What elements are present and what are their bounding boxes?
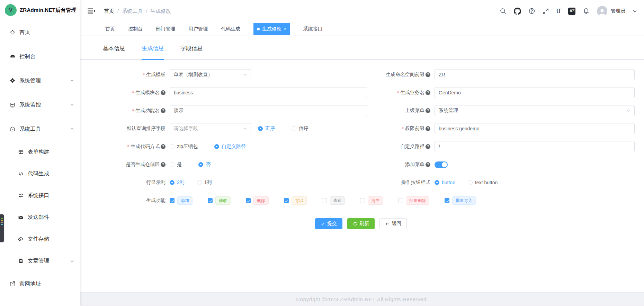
checkbox-fn-view[interactable]: 查看 bbox=[322, 196, 345, 205]
perm-prefix-input[interactable]: business:gendemo bbox=[435, 123, 635, 134]
tab-gen-info[interactable]: 生成信息 bbox=[142, 45, 164, 60]
radio-icon bbox=[435, 180, 439, 185]
radio-repo-no[interactable]: 否 bbox=[198, 161, 211, 168]
github-icon[interactable] bbox=[514, 8, 521, 15]
input-value: ZR. bbox=[439, 72, 447, 77]
add-menu-toggle[interactable] bbox=[435, 161, 448, 168]
sidebar-item-home[interactable]: 首页 bbox=[0, 20, 80, 44]
checkbox-fn-clear[interactable]: 清空 bbox=[360, 196, 383, 205]
refresh-button[interactable]: 刷新 bbox=[347, 218, 375, 229]
breadcrumb-system-tools[interactable]: 系统工具 bbox=[122, 8, 150, 15]
logo-letter: V bbox=[9, 7, 12, 13]
business-name-input[interactable]: GenDemo bbox=[435, 87, 635, 98]
tag-home[interactable]: 首页 bbox=[105, 26, 115, 32]
tag-system-api[interactable]: 系统接口 bbox=[303, 26, 323, 32]
help-icon[interactable] bbox=[426, 90, 430, 95]
sidebar-item-article-admin[interactable]: 文章管理 bbox=[0, 250, 80, 272]
help-icon[interactable] bbox=[426, 72, 430, 77]
function-name-input[interactable]: 演示 bbox=[170, 105, 367, 116]
radio-gen-type-path[interactable]: 自定义路径 bbox=[214, 143, 246, 150]
help-icon[interactable] bbox=[161, 108, 166, 113]
code-icon bbox=[17, 170, 24, 177]
close-icon[interactable]: × bbox=[284, 26, 287, 31]
help-icon[interactable] bbox=[426, 126, 430, 131]
parent-menu-select[interactable]: 系统管理 bbox=[435, 105, 635, 116]
radio-btnstyle-button[interactable]: button bbox=[435, 180, 455, 185]
help-icon[interactable] bbox=[161, 90, 166, 95]
logo-row[interactable]: V ZRAdmin.NET后台管理 bbox=[0, 0, 80, 20]
field-label: 自定义路径 bbox=[400, 143, 424, 150]
button-label: 刷新 bbox=[359, 221, 369, 227]
breadcrumb-home[interactable]: 首页 bbox=[104, 8, 122, 15]
help-icon[interactable] bbox=[426, 162, 430, 167]
field-label: 生成模块名 bbox=[135, 90, 160, 96]
sidebar-toggle-icon[interactable] bbox=[87, 8, 95, 14]
gear-icon bbox=[9, 77, 16, 84]
tag-codegen[interactable]: 代码生成 bbox=[221, 26, 240, 32]
theme-panel-handle[interactable] bbox=[0, 214, 4, 242]
fullscreen-icon[interactable] bbox=[543, 8, 549, 15]
tab-basic-info[interactable]: 基本信息 bbox=[103, 45, 125, 60]
module-name-input[interactable]: business bbox=[170, 87, 367, 98]
avatar[interactable] bbox=[597, 6, 607, 16]
user-chevron-down-icon[interactable] bbox=[633, 9, 637, 13]
sidebar-item-system-admin[interactable]: 系统管理 bbox=[0, 68, 80, 93]
sidebar-item-system-tools[interactable]: 系统工具 bbox=[0, 117, 80, 141]
language-icon[interactable]: A文 bbox=[568, 8, 575, 15]
custom-path-input[interactable]: / bbox=[435, 141, 635, 152]
required-asterisk: * bbox=[402, 126, 404, 131]
gen-template-select[interactable]: 单表（增删改查） bbox=[170, 69, 251, 80]
help-icon[interactable] bbox=[426, 144, 430, 149]
select-value: 系统管理 bbox=[439, 108, 458, 114]
chevron-down-icon bbox=[70, 78, 74, 83]
tag-console[interactable]: 控制台 bbox=[128, 26, 143, 32]
checkbox-icon bbox=[360, 198, 365, 203]
font-size-icon[interactable]: tT bbox=[556, 8, 561, 14]
toolbox-icon bbox=[9, 126, 16, 132]
radio-sort-desc[interactable]: 倒序 bbox=[292, 126, 308, 132]
search-icon[interactable] bbox=[500, 8, 507, 15]
tag-user[interactable]: 用户管理 bbox=[188, 26, 208, 32]
checkbox-fn-edit[interactable]: 修改 bbox=[208, 196, 231, 205]
namespace-prefix-input[interactable]: ZR. bbox=[435, 69, 635, 80]
help-icon[interactable] bbox=[161, 144, 166, 149]
sidebar-item-code-generation[interactable]: 代码生成 bbox=[0, 163, 80, 185]
checkbox-fn-batch-delete[interactable]: 批量删除 bbox=[398, 196, 429, 205]
checkbox-fn-export[interactable]: 导出 bbox=[284, 196, 307, 205]
radio-sort-asc[interactable]: 正序 bbox=[258, 126, 275, 132]
sidebar-item-form-builder[interactable]: 表单构建 bbox=[0, 141, 80, 163]
bell-icon[interactable] bbox=[583, 8, 590, 15]
refresh-icon bbox=[353, 222, 357, 226]
sidebar-item-official-site[interactable]: 官网地址 bbox=[0, 272, 80, 296]
sidebar-item-file-storage[interactable]: 文件存储 bbox=[0, 228, 80, 250]
checkbox-fn-delete[interactable]: 删除 bbox=[246, 196, 269, 205]
checkbox-fn-batch-import[interactable]: 批量导入 bbox=[445, 196, 476, 205]
radio-label: button bbox=[442, 180, 455, 185]
radio-cols-2[interactable]: 2列 bbox=[170, 179, 185, 186]
radio-label: 1列 bbox=[204, 179, 212, 186]
sidebar-item-label: 系统监控 bbox=[19, 101, 41, 109]
radio-gen-type-zip[interactable]: zip压缩包 bbox=[170, 143, 198, 150]
sidebar-item-system-api[interactable]: 系统接口 bbox=[0, 185, 80, 206]
help-icon[interactable] bbox=[161, 162, 166, 167]
help-icon[interactable] bbox=[426, 108, 430, 113]
help-circle-icon[interactable] bbox=[528, 8, 535, 15]
checkbox-fn-add[interactable]: 添加 bbox=[170, 196, 193, 205]
page-content: 基本信息 生成信息 字段信息 *生成模板 单表（增删改查） 生成命名空间前缀 bbox=[80, 36, 644, 292]
back-button[interactable]: 返回 bbox=[379, 218, 407, 229]
submit-button[interactable]: 提交 bbox=[315, 218, 342, 229]
dashboard-icon bbox=[9, 53, 16, 60]
breadcrumb-current: 生成修改 bbox=[150, 8, 171, 15]
sidebar-item-send-mail[interactable]: 发送邮件 bbox=[0, 206, 80, 228]
sidebar-item-console[interactable]: 控制台 bbox=[0, 44, 80, 68]
tag-dept[interactable]: 部门管理 bbox=[156, 26, 175, 32]
sidebar-item-system-monitor[interactable]: 系统监控 bbox=[0, 93, 80, 117]
radio-btnstyle-text[interactable]: text button bbox=[468, 180, 498, 185]
radio-repo-yes[interactable]: 是 bbox=[170, 161, 182, 168]
radio-cols-1[interactable]: 1列 bbox=[197, 179, 212, 186]
chevron-up-icon bbox=[70, 127, 74, 131]
tab-field-info[interactable]: 字段信息 bbox=[180, 45, 203, 60]
tag-gen-edit-active[interactable]: 生成修改 × bbox=[253, 23, 290, 35]
sort-field-select[interactable]: 请选择字段 bbox=[170, 123, 251, 134]
user-name[interactable]: 管理员 bbox=[611, 8, 625, 14]
